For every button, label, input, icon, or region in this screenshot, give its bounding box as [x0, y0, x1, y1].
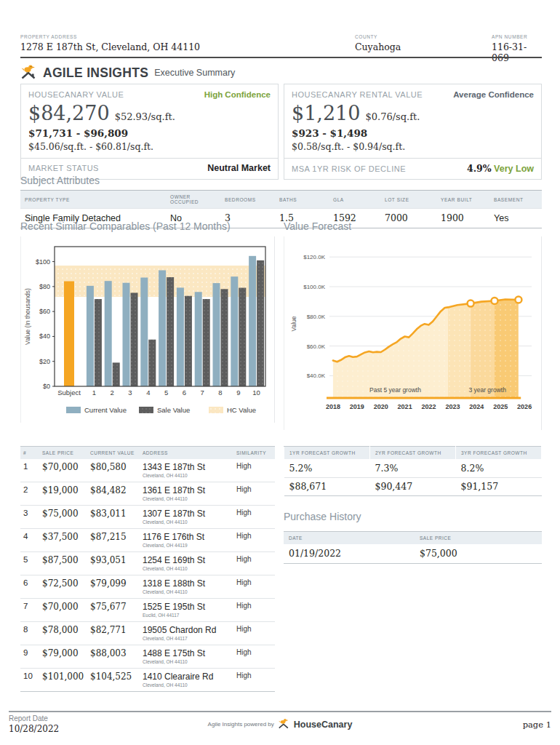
comp-current-value: $84,482 — [87, 482, 140, 506]
apn-value: 116-31-069 — [492, 41, 542, 63]
comp-current-value: $87,215 — [87, 529, 140, 552]
comparables-section: Recent Similar Comparables (Past 12 Mont… — [20, 220, 275, 692]
comp-similarity: High — [233, 575, 275, 599]
svg-text:Sale Value: Sale Value — [157, 406, 190, 414]
housecanary-value-card: HOUSECANARY VALUE High Confidence $84,27… — [20, 84, 279, 180]
market-status-label: MARKET STATUS — [28, 164, 99, 172]
comp-current-value: $75,677 — [87, 599, 140, 622]
purchase-history-table: DATE SALE PRICE 01/19/2022 $75,000 — [284, 531, 542, 564]
fc-growth-2yr: 7.3% — [370, 460, 456, 478]
svg-text:$20: $20 — [39, 358, 50, 365]
comp-sale-price: $19,000 — [39, 482, 87, 506]
purchase-history-title: Purchase History — [284, 511, 542, 522]
forecast-growth-table: 1YR FORECAST GROWTH 2YR FORECAST GROWTH … — [284, 446, 542, 496]
comp-similarity: High — [233, 669, 275, 692]
brand-row: AGILE INSIGHTS Executive Summary — [20, 63, 235, 82]
comparables-table: # SALE PRICE CURRENT VALUE ADDRESS SIMIL… — [20, 446, 275, 692]
svg-text:2023: 2023 — [445, 403, 460, 410]
comp-num: 8 — [20, 622, 39, 645]
comp-sale-price: $70,000 — [39, 599, 87, 622]
svg-text:2022: 2022 — [422, 403, 436, 410]
comp-header-address: ADDRESS — [140, 447, 233, 460]
svg-text:Current Value: Current Value — [84, 406, 127, 414]
county-label: COUNTY — [355, 34, 492, 39]
comp-current-value: $82,771 — [87, 622, 140, 645]
brand-subtitle: Executive Summary — [154, 68, 235, 78]
comp-sale-price: $75,000 — [39, 506, 87, 529]
comp-address: 1488 E 175th StCleveland, OH 44110 — [140, 645, 233, 669]
comparables-header-row: # SALE PRICE CURRENT VALUE ADDRESS SIMIL… — [20, 447, 275, 460]
value-per-sqft: $52.93/sq.ft. — [115, 111, 175, 122]
table-row: 8$78,000$82,77119505 Chardon RdCleveland… — [20, 622, 275, 645]
comp-sale-price: $79,000 — [39, 645, 87, 669]
attr-header-year-built: YEAR BUILT — [436, 191, 489, 209]
rental-per-sqft: $0.76/sq.ft. — [365, 111, 420, 122]
fc-header-1yr: 1YR FORECAST GROWTH — [284, 447, 370, 460]
table-row: 9$79,000$88,0031488 E 175th StCleveland,… — [20, 645, 275, 669]
report-date-label: Report Date — [9, 714, 154, 722]
footer-canary-logo-icon — [278, 717, 290, 732]
housecanary-value: $84,270 — [28, 102, 110, 124]
svg-text:Value: Value — [290, 316, 297, 331]
comp-num: 3 — [20, 506, 39, 529]
table-row: 5$87,500$93,0511254 E 169th StCleveland,… — [20, 552, 275, 575]
page-number: page 1 — [406, 720, 551, 730]
comp-address: 1343 E 187th StCleveland, OH 44110 — [140, 459, 233, 482]
svg-text:2025: 2025 — [493, 403, 508, 410]
property-address-value: 1278 E 187th St, Cleveland, OH 44110 — [20, 41, 355, 52]
table-row: 4$37,500$87,2151176 E 176th StCleveland,… — [20, 529, 275, 552]
comp-num: 4 — [20, 529, 39, 552]
comp-sale-price: $87,500 — [39, 552, 87, 575]
svg-text:$100: $100 — [36, 258, 50, 266]
ph-date: 01/19/2022 — [284, 544, 415, 564]
fc-value-2yr: $90,447 — [370, 478, 456, 496]
purchase-history-header-row: DATE SALE PRICE — [284, 532, 542, 545]
comp-num: 1 — [20, 459, 39, 482]
report-header: PROPERTY ADDRESS 1278 E 187th St, Clevel… — [20, 34, 542, 63]
attr-header-bedrooms: BEDROOMS — [220, 191, 275, 209]
comp-current-value: $79,099 — [87, 575, 140, 599]
svg-text:6: 6 — [183, 389, 186, 397]
comp-address: 1410 Clearaire RdCleveland, OH 44110 — [140, 669, 233, 692]
attr-header-owner-occupied: OWNER OCCUPIED — [166, 191, 220, 209]
comp-header-current-value: CURRENT VALUE — [87, 447, 140, 460]
svg-text:2026: 2026 — [517, 403, 532, 410]
canary-house-logo-icon — [20, 63, 38, 82]
comp-current-value: $93,051 — [87, 552, 140, 575]
comp-address: 1525 E 195th StEuclid, OH 44117 — [140, 599, 233, 622]
attr-header-baths: BATHS — [275, 191, 329, 209]
fc-growth-1yr: 5.2% — [284, 460, 370, 478]
fc-value-3yr: $91,157 — [456, 478, 542, 496]
ph-sale-price: $75,000 — [415, 544, 542, 564]
comp-header-sale-price: SALE PRICE — [39, 447, 87, 460]
rental-range-per-sqft: $0.58/sq.ft. - $0.94/sq.ft. — [284, 139, 541, 158]
comp-similarity: High — [233, 599, 275, 622]
fc-growth-3yr: 8.2% — [456, 460, 542, 478]
fc-header-3yr: 3YR FORECAST GROWTH — [456, 447, 542, 460]
footer: Report Date 10/28/2022 Agile Insights po… — [9, 714, 551, 734]
header-divider — [20, 57, 542, 58]
comp-current-value: $88,003 — [87, 645, 140, 669]
comp-header-num: # — [20, 447, 39, 460]
rental-value-card: HOUSECANARY RENTAL VALUE Average Confide… — [284, 84, 542, 180]
svg-text:HC Value: HC Value — [227, 406, 256, 414]
footer-brand-name: HouseCanary — [294, 720, 353, 730]
svg-text:$40: $40 — [39, 332, 50, 340]
comp-sale-price: $101,000 — [39, 669, 87, 692]
risk-level-badge: Very Low — [494, 164, 534, 174]
rental-value: $1,210 — [292, 102, 360, 124]
comp-num: 9 — [20, 645, 39, 669]
risk-of-decline-label: MSA 1YR RISK OF DECLINE — [292, 164, 406, 173]
forecast-section: Value Forecast Past 5 year growth3 year … — [284, 220, 542, 564]
svg-text:Past 5 year growth: Past 5 year growth — [369, 386, 421, 394]
risk-of-decline-value: 4.9% Very Low — [467, 163, 534, 174]
comp-similarity: High — [233, 459, 275, 482]
comparables-title: Recent Similar Comparables (Past 12 Mont… — [20, 220, 275, 232]
county-value: Cuyahoga — [355, 41, 492, 52]
rental-confidence-badge: Average Confidence — [453, 90, 534, 99]
svg-text:Value (In thousands): Value (In thousands) — [24, 288, 31, 345]
comp-similarity: High — [233, 529, 275, 552]
value-forecast-chart: Past 5 year growth3 year growth$40.0K$60… — [284, 236, 541, 427]
comp-similarity: High — [233, 506, 275, 529]
svg-text:2018: 2018 — [326, 403, 340, 410]
